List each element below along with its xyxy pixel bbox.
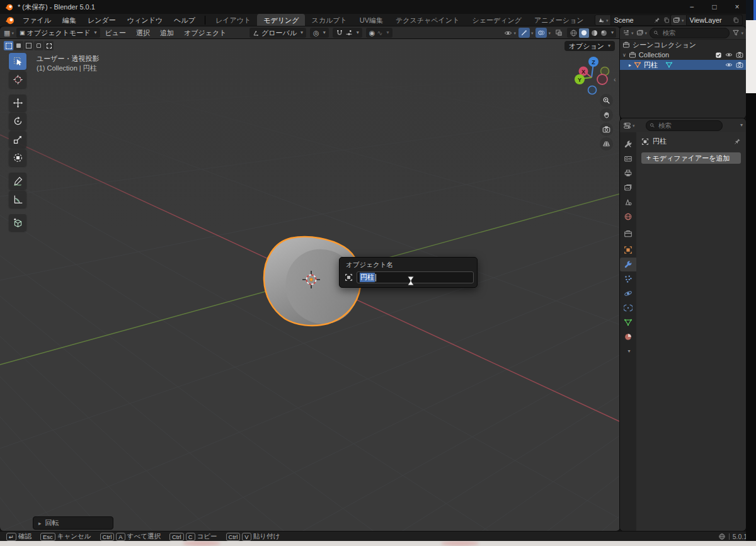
proportional-edit-icon[interactable]: ◉ xyxy=(369,29,375,37)
menu-edit[interactable]: 編集 xyxy=(57,16,82,25)
tool-rotate[interactable] xyxy=(9,113,26,130)
network-globe-icon[interactable] xyxy=(718,533,726,540)
menu-help[interactable]: ヘルプ xyxy=(168,16,201,25)
new-viewlayer-icon[interactable] xyxy=(733,17,739,23)
eye-icon[interactable] xyxy=(725,61,733,69)
pin-icon[interactable] xyxy=(654,17,660,23)
options-button[interactable]: オプション ▾ xyxy=(564,41,615,51)
outliner-display-mode-button[interactable]: ▾ xyxy=(636,29,648,37)
scene-name-field[interactable]: Scene xyxy=(611,14,673,26)
snap-magnet-icon[interactable] xyxy=(336,29,343,37)
select-mode-invert[interactable] xyxy=(34,41,43,50)
tab-render[interactable] xyxy=(620,152,636,166)
scene-browse-button[interactable]: ▾ xyxy=(595,14,611,26)
menu-object[interactable]: オブジェクト xyxy=(179,28,232,38)
outliner-search[interactable] xyxy=(650,28,730,38)
tool-select-box[interactable] xyxy=(9,53,26,70)
menu-render[interactable]: レンダー xyxy=(82,16,122,25)
gizmos-toggle[interactable]: ▾ xyxy=(518,28,534,38)
properties-search[interactable] xyxy=(646,120,723,131)
object-name-input[interactable]: 円柱 xyxy=(357,271,474,283)
overlays-toggle[interactable]: ▾ xyxy=(536,28,551,38)
breadcrumb-object-name[interactable]: 円柱 xyxy=(653,137,667,146)
camera-icon[interactable] xyxy=(736,61,743,69)
gizmo-neg-z-axis[interactable] xyxy=(588,86,597,94)
pivot-point-dropdown[interactable]: ◎ ▾ xyxy=(310,28,329,38)
camera-view-button[interactable] xyxy=(600,123,613,136)
tool-annotate[interactable] xyxy=(9,173,26,190)
tab-collection[interactable] xyxy=(620,227,636,241)
outliner-row-scene-collection[interactable]: シーンコレクション xyxy=(620,40,746,50)
properties-search-input[interactable] xyxy=(657,121,719,130)
menu-window[interactable]: ウィンドウ xyxy=(122,16,168,25)
menu-add[interactable]: 追加 xyxy=(155,28,179,38)
tool-add-primitive[interactable] xyxy=(9,214,26,231)
tab-output[interactable] xyxy=(620,166,636,180)
viewlayer-browse-button[interactable]: ▾ xyxy=(670,14,687,26)
select-mode-new[interactable] xyxy=(4,41,13,50)
properties-editor-type-button[interactable]: ▾ xyxy=(623,122,635,130)
add-modifier-button[interactable]: + モディファイアーを追加 xyxy=(641,152,741,164)
viewport-3d[interactable]: ユーザー・透視投影 (1) Collection | 円柱 xyxy=(0,39,620,531)
tab-strip-more[interactable]: ▾ xyxy=(620,344,636,358)
shading-wireframe-icon[interactable] xyxy=(570,29,578,37)
editor-type-button[interactable]: ▦ ▾ xyxy=(0,29,16,37)
workspace-tab-animation[interactable]: アニメーション xyxy=(528,14,590,26)
workspace-tab-shading[interactable]: シェーディング xyxy=(466,14,528,26)
eye-icon[interactable] xyxy=(725,51,733,59)
shading-material-icon[interactable] xyxy=(590,29,598,37)
tab-world[interactable] xyxy=(620,210,636,224)
tab-view-layer[interactable] xyxy=(620,181,636,195)
select-mode-extend[interactable] xyxy=(14,41,23,50)
pan-button[interactable] xyxy=(600,108,613,122)
collapse-panel-icon[interactable]: ‹ xyxy=(614,76,616,83)
outliner-row-cylinder[interactable]: ▸ 円柱 xyxy=(620,60,746,70)
outliner-filter-button[interactable]: ▾ xyxy=(732,29,743,37)
workspace-tab-sculpting[interactable]: スカルプト xyxy=(305,14,353,26)
minimize-button[interactable]: − xyxy=(680,0,703,14)
camera-icon[interactable] xyxy=(736,51,743,59)
maximize-button[interactable]: □ xyxy=(703,0,726,14)
transform-orientation-dropdown[interactable]: グローバル ▾ xyxy=(249,28,306,38)
workspace-tab-layout[interactable]: レイアウト xyxy=(209,14,257,26)
close-button[interactable]: × xyxy=(726,0,748,14)
zoom-button[interactable] xyxy=(600,94,613,107)
tool-cursor[interactable] xyxy=(9,71,26,88)
mode-dropdown[interactable]: ▣ オブジェクトモード ▾ xyxy=(16,28,100,38)
outliner-editor-type-button[interactable]: ▾ xyxy=(622,29,634,37)
tab-material[interactable] xyxy=(620,330,636,344)
menu-select[interactable]: 選択 xyxy=(131,28,155,38)
visibility-dropdown[interactable]: ▾ xyxy=(504,29,516,37)
operator-panel[interactable]: ▸ 回転 xyxy=(33,516,113,530)
blender-logo-icon[interactable] xyxy=(5,16,14,25)
tool-transform[interactable] xyxy=(9,149,26,166)
tool-move[interactable] xyxy=(9,94,26,111)
viewlayer-name-field[interactable]: ViewLayer xyxy=(687,14,743,26)
tab-scene[interactable] xyxy=(620,195,636,209)
shading-solid-icon[interactable] xyxy=(579,28,589,38)
tool-measure[interactable] xyxy=(9,191,26,208)
select-mode-subtract[interactable] xyxy=(24,41,33,50)
menu-file[interactable]: ファイル xyxy=(17,16,57,25)
workspace-tab-uv[interactable]: UV編集 xyxy=(353,14,389,26)
xray-toggle[interactable] xyxy=(553,28,564,38)
gizmo-neg-x-axis[interactable] xyxy=(597,74,607,84)
snap-target-icon[interactable] xyxy=(345,29,353,37)
perspective-toggle-button[interactable] xyxy=(600,137,613,151)
pin-icon[interactable] xyxy=(734,138,741,145)
menu-view[interactable]: ビュー xyxy=(100,28,132,38)
navigation-gizmo[interactable]: Z X Y xyxy=(569,54,614,99)
tab-object[interactable] xyxy=(620,243,636,257)
expander-icon[interactable]: ∨ xyxy=(622,52,626,58)
select-mode-intersect[interactable] xyxy=(44,41,54,50)
shading-rendered-icon[interactable] xyxy=(600,29,608,37)
tab-tool[interactable] xyxy=(620,137,636,151)
workspace-tab-texture-paint[interactable]: テクスチャペイント xyxy=(389,14,466,26)
tool-scale[interactable] xyxy=(9,131,26,148)
outliner-row-collection[interactable]: ∨ Collection xyxy=(620,50,746,60)
tab-particles[interactable] xyxy=(620,272,636,286)
tab-physics[interactable] xyxy=(620,287,636,300)
tab-constraints[interactable] xyxy=(620,301,636,315)
falloff-icon[interactable]: ∿ xyxy=(377,29,382,37)
checkbox-icon[interactable] xyxy=(715,52,722,59)
